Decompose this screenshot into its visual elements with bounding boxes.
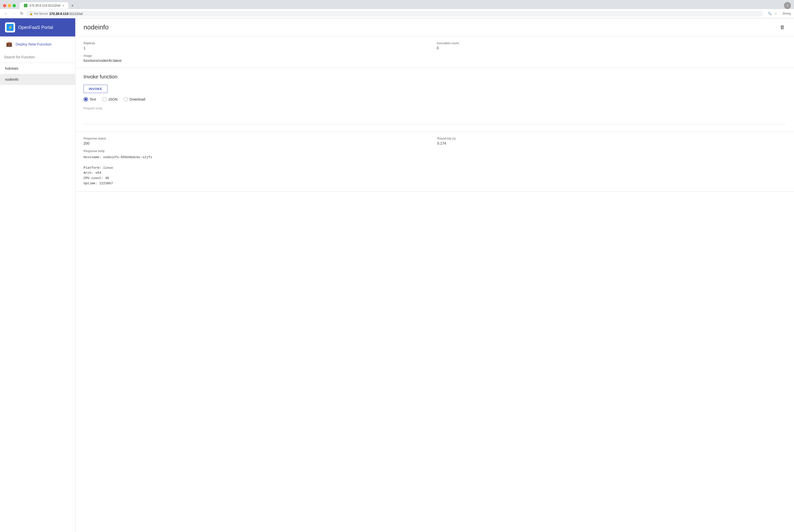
delete-function-button[interactable]: 🗑 xyxy=(779,23,786,31)
minimize-traffic-light[interactable] xyxy=(8,4,11,7)
function-metadata: Replicas 1 Invocation count 0 Image func… xyxy=(75,36,794,68)
sidebar-title: OpenFaaS Portal xyxy=(18,25,53,30)
traffic-lights xyxy=(3,4,16,7)
invoke-section: Invoke function INVOKE Text JSON Downloa… xyxy=(75,68,794,132)
round-trip-field: Round-trip (s) 0.174 xyxy=(437,137,786,145)
replicas-field: Replicas 1 xyxy=(84,41,433,50)
trash-icon: 🗑 xyxy=(780,24,785,30)
search-container xyxy=(0,52,75,63)
radio-download-option[interactable]: Download xyxy=(124,97,145,101)
security-text: Not Secure xyxy=(34,12,48,15)
app-container: OpenFaaS Portal 💼 Deploy New Function hu… xyxy=(0,18,794,532)
address-bar[interactable]: 🔓 Not Secure 172.20.0.113:31112/ui/ xyxy=(26,11,763,17)
search-icon[interactable]: 🔍 xyxy=(767,11,772,16)
round-trip-value: 0.174 xyxy=(437,141,786,145)
function-name-hubstats: hubstats xyxy=(5,66,18,70)
deploy-new-function-button[interactable]: 💼 Deploy New Function xyxy=(0,36,75,52)
search-input[interactable] xyxy=(4,54,71,60)
image-field: Image functions/nodeinfo:latest xyxy=(84,54,786,63)
profile-icon[interactable]: J xyxy=(784,2,791,9)
url-text: 172.20.0.113:31112/ui/ xyxy=(49,12,760,16)
user-label: Jimmy xyxy=(782,12,791,15)
main-header: nodeinfo 🗑 xyxy=(75,18,794,36)
radio-text-option[interactable]: Text xyxy=(84,97,96,101)
response-body-label: Response body xyxy=(84,149,786,153)
page-title: nodeinfo xyxy=(84,23,109,31)
request-body-label: Request body xyxy=(84,107,786,110)
round-trip-label: Round-trip (s) xyxy=(437,137,786,140)
response-status-label: Response status xyxy=(84,137,432,140)
invoke-button-label: INVOKE xyxy=(89,87,102,91)
function-name-nodeinfo: nodeinfo xyxy=(5,77,19,81)
briefcase-icon: 💼 xyxy=(5,40,13,48)
replicas-label: Replicas xyxy=(84,41,433,45)
radio-json-circle xyxy=(102,97,107,101)
radio-text-circle xyxy=(84,97,88,101)
toolbar-icons: 🔍 ☆ xyxy=(767,11,778,16)
response-section: Response status 200 Round-trip (s) 0.174… xyxy=(75,132,794,192)
response-body-text: Hostname: nodeinfo-699d4bdcbc-s2jfz Plat… xyxy=(84,155,786,186)
radio-download-circle xyxy=(124,97,128,101)
tab-title: 172.20.0.113:31112/ui/ xyxy=(30,4,60,7)
radio-download-label: Download xyxy=(130,97,145,101)
sidebar: OpenFaaS Portal 💼 Deploy New Function hu… xyxy=(0,18,75,532)
invocation-count-value: 0 xyxy=(437,46,786,50)
sidebar-item-nodeinfo[interactable]: nodeinfo xyxy=(0,74,75,85)
response-grid: Response status 200 Round-trip (s) 0.174 xyxy=(84,137,786,145)
active-tab[interactable]: 172.20.0.113:31112/ui/ × xyxy=(20,2,69,9)
invocation-count-field: Invocation count 0 xyxy=(437,41,786,50)
forward-button[interactable]: → xyxy=(11,11,17,17)
sidebar-logo-inner xyxy=(6,24,14,31)
radio-json-option[interactable]: JSON xyxy=(102,97,117,101)
image-value: functions/nodeinfo:latest xyxy=(84,59,786,63)
back-button[interactable]: ← xyxy=(3,11,9,17)
function-list: hubstats nodeinfo xyxy=(0,63,75,532)
tab-bar: 172.20.0.113:31112/ui/ × + xyxy=(20,2,782,9)
sidebar-logo xyxy=(5,22,15,33)
browser-chrome: 172.20.0.113:31112/ui/ × + J ← → ↻ 🔓 Not… xyxy=(0,0,794,18)
invoke-button[interactable]: INVOKE xyxy=(84,85,107,93)
radio-text-label: Text xyxy=(90,97,96,101)
close-traffic-light[interactable] xyxy=(3,4,6,7)
browser-toolbar: ← → ↻ 🔓 Not Secure 172.20.0.113:31112/ui… xyxy=(0,9,794,18)
response-status-value: 200 xyxy=(84,141,432,145)
security-indicator: 🔓 Not Secure xyxy=(30,12,48,15)
url-port-path: :31112/ui/ xyxy=(69,12,83,16)
response-type-radio-group: Text JSON Download xyxy=(84,97,786,101)
user-initials: J xyxy=(787,4,788,7)
response-status-field: Response status 200 xyxy=(84,137,432,145)
maximize-traffic-light[interactable] xyxy=(13,4,16,7)
lock-icon: 🔓 xyxy=(30,12,33,15)
deploy-button-label: Deploy New Function xyxy=(16,42,52,46)
reload-button[interactable]: ↻ xyxy=(19,11,24,17)
main-content: nodeinfo 🗑 Replicas 1 Invocation count 0… xyxy=(75,18,794,532)
new-tab-button[interactable]: + xyxy=(70,3,75,9)
bookmark-icon[interactable]: ☆ xyxy=(773,11,778,16)
invocation-count-label: Invocation count xyxy=(437,41,786,45)
request-body-section: Request body xyxy=(84,107,786,126)
sidebar-header: OpenFaaS Portal xyxy=(0,18,75,36)
invoke-title: Invoke function xyxy=(84,74,786,80)
replicas-value: 1 xyxy=(84,46,433,50)
sidebar-item-hubstats[interactable]: hubstats xyxy=(0,63,75,74)
tab-close-button[interactable]: × xyxy=(62,4,64,7)
tab-favicon xyxy=(24,4,27,7)
request-body-input[interactable] xyxy=(84,112,786,125)
image-label: Image xyxy=(84,54,786,58)
url-host: 172.20.0.113 xyxy=(49,12,69,16)
response-body-section: Response body Hostname: nodeinfo-699d4bd… xyxy=(84,149,786,186)
radio-json-label: JSON xyxy=(108,97,117,101)
